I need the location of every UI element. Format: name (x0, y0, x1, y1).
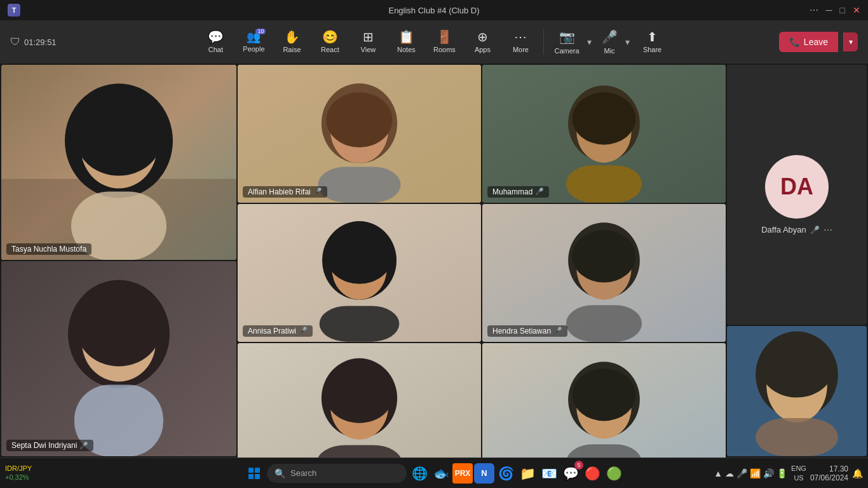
mic-chevron-icon[interactable]: ▾ (623, 37, 632, 47)
shield-icon: 🛡 (10, 36, 20, 48)
teams-logo: T (8, 4, 20, 17)
svg-rect-45 (756, 418, 838, 456)
taskbar-app-new[interactable]: N (474, 463, 494, 484)
taskbar-app-green[interactable]: 🟢 (604, 463, 624, 484)
svg-point-44 (760, 337, 834, 398)
septa-name: Septa Dwi Indriyani (11, 441, 77, 450)
tasya-name: Tasya Nuchla Mustofa (11, 245, 86, 254)
daffa-more-icon[interactable]: ⋯ (824, 225, 832, 235)
camera-icon: 📷 (559, 29, 575, 44)
svg-point-39 (573, 369, 636, 421)
svg-rect-20 (566, 165, 642, 203)
name-bar-annisa: Annisa Pratiwi 🎤 (243, 325, 313, 337)
daffa-avatar: DA (765, 155, 829, 219)
apps-button[interactable]: ⊕ Apps (465, 27, 500, 57)
taskbar-right: ▲ ☁ 🎤 📶 🔊 🔋 ENGUS 17.30 07/06/2024 🔔 (714, 464, 863, 482)
forex-widget[interactable]: IDR/JPY +0,32% (5, 464, 32, 481)
leave-button[interactable]: 📞 Leave (779, 32, 838, 52)
windows-start-button[interactable] (244, 463, 264, 484)
taskbar-app-edge[interactable]: 🌐 (409, 463, 430, 484)
muhammad-name: Muhammad (492, 187, 532, 196)
svg-point-14 (326, 92, 392, 147)
people-icon: 👥10 (247, 31, 261, 43)
phone-icon: 📞 (789, 37, 800, 47)
whatsapp-badge: 5 (574, 461, 583, 470)
volume-icon[interactable]: 🔊 (763, 468, 774, 478)
taskbar-app-prx[interactable]: PRX (452, 463, 473, 484)
muhammad-mic-icon: 🎤 (535, 187, 544, 196)
more-options-button[interactable]: ⋯ (810, 5, 818, 15)
svg-point-34 (325, 365, 393, 423)
view-icon: ⊞ (363, 30, 374, 43)
rooms-button[interactable]: 🚪 Rooms (426, 27, 462, 57)
notes-button[interactable]: 📋 Notes (388, 27, 424, 57)
system-clock[interactable]: 17.30 07/06/2024 (810, 464, 848, 482)
battery-icon[interactable]: 🔋 (776, 468, 787, 478)
mic-tray-icon[interactable]: 🎤 (736, 468, 747, 478)
chat-button[interactable]: 💬 Chat (198, 27, 233, 57)
tile-daffa: DA Daffa Abyan 🎤 ⋯ (727, 65, 867, 325)
chat-icon: 💬 (208, 30, 224, 43)
mic-button[interactable]: 🎤 Mic ▾ (597, 29, 632, 55)
taskbar-app-outlook[interactable]: 📧 (539, 463, 559, 484)
maximize-button[interactable]: □ (840, 5, 845, 15)
tile-muhammad: Muhammad 🎤 (482, 65, 726, 203)
cloud-icon[interactable]: ☁ (725, 468, 734, 478)
svg-point-19 (573, 92, 636, 144)
clock-time: 17.30 (810, 464, 848, 473)
react-button[interactable]: 😊 React (312, 27, 348, 57)
window-controls[interactable]: ⋯ ─ □ ✕ (810, 5, 860, 15)
taskbar-app-chrome[interactable]: 🌀 (496, 463, 516, 484)
leave-chevron-button[interactable]: ▾ (843, 32, 858, 51)
share-button[interactable]: ⬆ Share (635, 27, 670, 57)
right-column: DA Daffa Abyan 🎤 ⋯ (727, 65, 867, 456)
react-icon: 😊 (322, 30, 338, 43)
taskbar-app-whatsapp[interactable]: 💬 5 (560, 463, 581, 484)
toolbar-separator (543, 29, 544, 55)
meeting-timer: 🛡 01:29:51 (10, 36, 57, 48)
center-top-row: Alfian Habieb Rifai 🎤 (238, 65, 726, 203)
tile-alfian: Alfian Habieb Rifai 🎤 (238, 65, 481, 203)
camera-button[interactable]: 📷 Camera ▾ (549, 25, 593, 58)
taskbar-search[interactable]: 🔍 Search (267, 464, 407, 483)
tray-arrow-icon[interactable]: ▲ (714, 468, 722, 478)
tile-tasya: Tasya Nuchla Mustofa (1, 65, 236, 260)
taskbar-app-red[interactable]: 🔴 (582, 463, 602, 484)
minimize-button[interactable]: ─ (826, 5, 832, 15)
apps-icon: ⊕ (477, 30, 488, 43)
daffa-name-row: Daffa Abyan 🎤 ⋯ (761, 225, 832, 235)
taskbar-apps: 🌐 🐟 PRX N 🌀 📁 📧 💬 5 🔴 🟢 (409, 463, 624, 484)
raise-button[interactable]: ✋ Raise (274, 27, 309, 57)
video-grid: Tasya Nuchla Mustofa (0, 64, 868, 458)
svg-rect-15 (318, 166, 400, 202)
forex-change: +0,32% (5, 473, 32, 482)
more-button[interactable]: ⋯ More (503, 27, 538, 57)
clock-date: 07/06/2024 (810, 473, 848, 482)
search-placeholder: Search (290, 468, 316, 478)
svg-point-29 (573, 230, 636, 282)
septa-mic-icon: 🎤 (79, 442, 88, 450)
network-icon[interactable]: 📶 (750, 468, 761, 478)
search-icon: 🔍 (275, 468, 285, 478)
taskbar-app-fish[interactable]: 🐟 (431, 463, 451, 484)
timer-display: 01:29:51 (24, 37, 57, 47)
taskbar-app-folder[interactable]: 📁 (517, 463, 538, 484)
svg-rect-25 (320, 306, 400, 341)
name-bar-hendra: Hendra Setiawan 🎤 (487, 325, 567, 337)
window-title: English Club #4 (Club D) (388, 6, 479, 15)
tile-annisa: Annisa Pratiwi 🎤 (238, 204, 481, 342)
mic-icon: 🎤 (602, 29, 618, 44)
tile-septa: Septa Dwi Indriyani 🎤 (1, 261, 236, 456)
svg-rect-30 (566, 305, 642, 341)
hendra-name: Hendra Setiawan (492, 327, 551, 336)
notification-bell-icon[interactable]: 🔔 (852, 468, 863, 478)
people-button[interactable]: 👥10 People (236, 27, 271, 57)
camera-chevron-icon[interactable]: ▾ (585, 37, 594, 47)
close-button[interactable]: ✕ (853, 5, 860, 15)
daffa-mic-icon: 🎤 (810, 226, 820, 234)
annisa-mic-icon: 🎤 (299, 327, 308, 335)
view-button[interactable]: ⊞ View (350, 27, 386, 57)
language-indicator[interactable]: ENGUS (791, 464, 806, 482)
taskbar-left: IDR/JPY +0,32% (5, 464, 81, 481)
titlebar-left: T (8, 4, 20, 17)
